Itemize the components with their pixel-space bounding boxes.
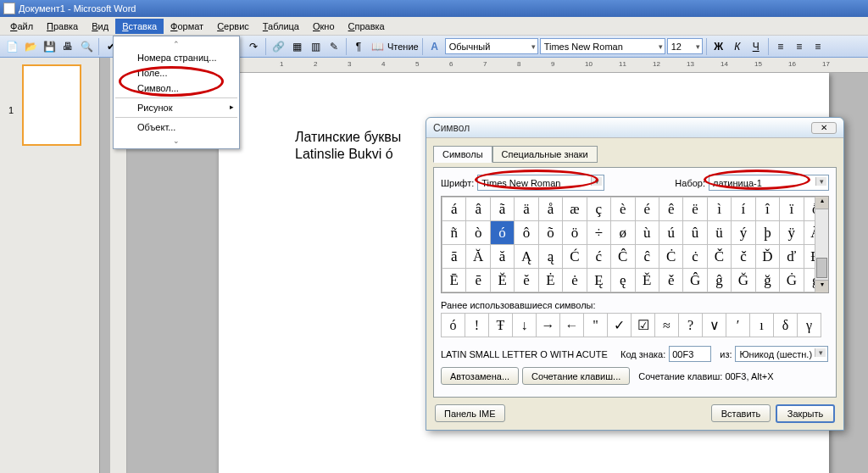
symbol-cell[interactable]: ï [780,198,804,221]
symbol-cell[interactable]: č [732,245,755,269]
symbol-cell[interactable]: Ă [466,245,490,269]
underline-icon[interactable]: Ч [748,38,765,55]
symbol-cell[interactable]: ċ [683,245,707,269]
align-left-icon[interactable]: ≡ [772,38,789,55]
recent-symbol-cell[interactable]: ∨ [703,314,726,337]
symbol-cell[interactable]: Ğ [732,269,755,292]
scroll-up-icon[interactable]: ▴ [815,197,828,209]
symbol-cell[interactable]: ì [707,198,731,221]
shortcut-button[interactable]: Сочетание клавиш... [522,367,630,385]
new-icon[interactable]: 📄 [3,38,20,55]
recent-symbol-cell[interactable]: ? [679,314,703,337]
scroll-thumb[interactable] [816,258,827,278]
drawing-icon[interactable]: ✎ [326,38,342,55]
symbol-cell[interactable]: ğ [755,269,779,292]
recent-symbol-cell[interactable]: ↓ [513,314,537,337]
symbol-cell[interactable]: é [635,198,659,221]
symbol-cell[interactable]: ó [490,221,514,245]
symbol-cell[interactable]: Ġ [780,269,804,292]
close-button[interactable]: Закрыть [776,404,835,423]
symbol-cell[interactable]: æ [563,198,587,221]
symbol-cell[interactable]: è [611,198,635,221]
reading-icon[interactable]: 📖 [369,38,386,55]
chevron-down-icon[interactable]: ⌄ [114,135,239,147]
redo-icon[interactable]: ↷ [245,38,262,55]
show-marks-icon[interactable]: ¶ [350,38,367,55]
recent-symbol-cell[interactable]: δ [774,314,798,337]
symbol-cell[interactable]: ô [515,221,538,245]
symbol-cell[interactable]: î [755,198,779,221]
style-select[interactable]: Обычный [445,38,538,54]
symbol-cell[interactable]: ć [587,245,610,269]
symbol-cell[interactable]: þ [755,221,779,245]
symbol-cell[interactable]: ĉ [635,245,659,269]
symbol-cell[interactable]: â [466,198,490,221]
symbol-cell[interactable]: ă [490,245,514,269]
menu-справка[interactable]: Справка [342,19,392,34]
symbol-cell[interactable]: ý [732,221,755,245]
symbol-cell[interactable]: í [732,198,755,221]
symbol-cell[interactable]: å [538,198,562,221]
menu-item[interactable]: Номера страниц... [114,50,239,65]
symbol-cell[interactable]: Ĉ [611,245,635,269]
symbol-cell[interactable]: õ [538,221,562,245]
symbol-cell[interactable]: ò [466,221,490,245]
symbol-cell[interactable]: Ĝ [683,269,707,292]
symbol-cell[interactable]: ď [780,245,804,269]
symbol-cell[interactable]: Ė [538,269,562,292]
symbol-cell[interactable]: ä [515,198,538,221]
symbol-cell[interactable]: ÿ [780,221,804,245]
symbol-cell[interactable]: Ď [755,245,779,269]
code-input[interactable]: 00F3 [669,346,711,362]
symbol-cell[interactable]: á [442,198,466,221]
symbol-cell[interactable]: ü [707,221,731,245]
document-text[interactable]: Латинские буквы Latinslie Bukvi ó [295,129,401,163]
menu-формат[interactable]: Формат [164,19,210,34]
symbol-cell[interactable]: ĕ [515,269,538,292]
recent-symbol-cell[interactable]: " [584,314,608,337]
close-icon[interactable]: ✕ [811,122,837,134]
menu-item[interactable]: Объект... [114,120,239,135]
ime-panel-button[interactable]: Панель IME [435,404,505,422]
columns-icon[interactable]: ▥ [307,38,324,55]
symbol-cell[interactable]: Ę [587,269,610,292]
table-icon[interactable]: ▦ [288,38,305,55]
hyperlink-icon[interactable]: 🔗 [270,38,287,55]
grid-scrollbar[interactable]: ▴ ▾ [815,197,828,292]
symbol-cell[interactable]: Ą [515,245,538,269]
symbol-cell[interactable]: ě [659,269,682,292]
symbol-cell[interactable]: ą [538,245,562,269]
symbol-cell[interactable]: ę [611,269,635,292]
symbol-cell[interactable]: Ĕ [490,269,514,292]
menu-файл[interactable]: Файл [3,19,40,34]
recent-symbol-cell[interactable]: ✓ [608,314,632,337]
symbol-cell[interactable]: ú [659,221,682,245]
symbol-cell[interactable]: ã [490,198,514,221]
symbol-cell[interactable]: ù [635,221,659,245]
dialog-subset-select[interactable]: латиница-1 [709,175,829,191]
symbol-cell[interactable]: ē [466,269,490,292]
symbol-cell[interactable]: ë [683,198,707,221]
symbol-cell[interactable]: ā [442,245,466,269]
recent-symbol-cell[interactable]: γ [798,314,821,337]
page-thumbnail[interactable] [22,64,81,146]
size-select[interactable]: 12 [667,38,703,54]
menu-вставка[interactable]: Вставка [115,19,164,34]
font-select[interactable]: Times New Roman [540,38,665,54]
recent-symbol-cell[interactable]: → [537,314,560,337]
recent-symbol-cell[interactable]: ← [560,314,584,337]
recent-symbol-cell[interactable]: ı [750,314,774,337]
symbol-cell[interactable]: Ċ [659,245,682,269]
dialog-titlebar[interactable]: Символ ✕ [426,118,843,138]
italic-icon[interactable]: К [729,38,746,55]
symbol-cell[interactable]: Ć [563,245,587,269]
autocorrect-button[interactable]: Автозамена... [441,367,519,385]
tab-special[interactable]: Специальные знаки [492,146,598,163]
recent-symbol-cell[interactable]: Ŧ [489,314,513,337]
menu-item[interactable]: Поле... [114,65,239,81]
symbol-cell[interactable]: ė [563,269,587,292]
align-right-icon[interactable]: ≡ [810,38,826,55]
menu-вид[interactable]: Вид [85,19,115,34]
save-icon[interactable]: 💾 [41,38,58,55]
recent-symbol-cell[interactable]: ☑ [632,314,655,337]
